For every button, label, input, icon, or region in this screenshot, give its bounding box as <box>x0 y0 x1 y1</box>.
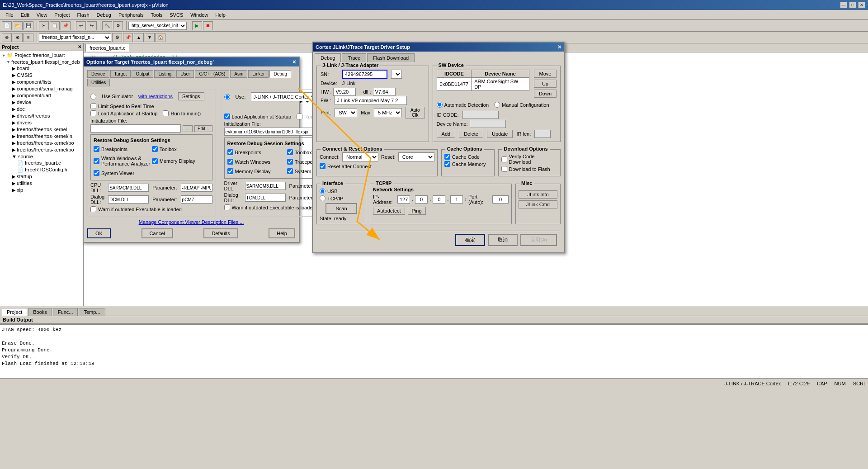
with-restrictions-link[interactable]: with restrictions <box>138 94 173 99</box>
load-app-left-cb[interactable] <box>90 110 96 116</box>
warn-outdated-right-cb[interactable] <box>224 204 230 210</box>
menu-view[interactable]: View <box>33 11 51 19</box>
cache-memory-cb[interactable] <box>444 161 450 167</box>
cpu-param-input[interactable] <box>181 184 212 192</box>
tree-board[interactable]: ▶ board <box>1 65 82 72</box>
minimize-btn[interactable]: — <box>840 2 847 8</box>
port-combo[interactable]: SW JTAG <box>335 108 357 117</box>
watch-left-cb[interactable] <box>94 158 99 164</box>
options-btn[interactable]: ⚙ <box>112 33 122 42</box>
maximize-btn[interactable]: □ <box>849 2 856 8</box>
tracepoints-right-cb[interactable] <box>287 159 293 165</box>
file-combo[interactable]: freertos_lpuart flexspi_n... <box>39 33 111 42</box>
jlink-cmd-btn[interactable]: JLink Cmd <box>519 200 557 208</box>
run-to-main-right-cb[interactable] <box>297 114 302 119</box>
tree-project-root[interactable]: ▼ 📁 Project: freertos_lpuart <box>1 52 82 59</box>
confirm-cancel-btn[interactable]: 取消 <box>488 234 518 246</box>
menu-svcs[interactable]: SVCS <box>166 11 187 19</box>
ip-seg-4[interactable] <box>450 195 463 204</box>
add-btn[interactable]: Add <box>437 130 456 138</box>
auto-detect-radio[interactable] <box>437 102 443 108</box>
tree-device[interactable]: ▶ device <box>1 99 82 106</box>
opt-tab-output[interactable]: Output <box>132 70 153 78</box>
tree-utilities[interactable]: ▶ utilities <box>1 180 82 187</box>
manual-config-radio[interactable] <box>494 102 500 108</box>
browse-left-btn[interactable]: ... <box>183 125 193 132</box>
dll-input-hw[interactable] <box>373 88 396 96</box>
ip-seg-3[interactable] <box>433 195 445 204</box>
tb2-btn1[interactable]: ⊕ <box>2 33 12 42</box>
up-btn-sw[interactable]: Up <box>534 80 557 88</box>
opt-tab-asm[interactable]: Asm <box>230 70 247 78</box>
dl-to-flash-cb[interactable] <box>501 166 507 172</box>
opt-tab-linker[interactable]: Linker <box>248 70 269 78</box>
cancel-btn[interactable]: Cancel <box>142 228 173 238</box>
toolbox-right-cb[interactable] <box>287 149 293 155</box>
tree-freertos-po1[interactable]: ▶ freertos/freertos-kernel/po <box>1 140 82 147</box>
init-file-input-left[interactable] <box>90 124 181 133</box>
opt-tab-target[interactable]: Target <box>110 70 131 78</box>
down-btn2[interactable]: ▼ <box>145 33 155 42</box>
tree-doc[interactable]: ▶ doc <box>1 106 82 113</box>
sysviewer-right-cb[interactable] <box>287 168 293 174</box>
menu-flash[interactable]: Flash <box>74 11 93 19</box>
load-app-right-cb[interactable] <box>224 114 230 119</box>
dialog-options-close[interactable]: ✕ <box>292 59 296 65</box>
limit-speed-cb[interactable] <box>90 103 96 109</box>
sysviewer-left-cb[interactable] <box>94 170 99 176</box>
dialog-dll-input[interactable] <box>108 195 149 204</box>
panel-close-btn[interactable]: ✕ <box>78 44 81 50</box>
auto-clk-btn[interactable]: Auto Clk <box>406 107 425 118</box>
autodetect-btn[interactable]: Autodetect <box>373 207 405 215</box>
tree-comp-lists[interactable]: ▶ component/lists <box>1 79 82 85</box>
paste-btn[interactable]: 📌 <box>61 21 71 30</box>
tree-startup[interactable]: ▶ startup <box>1 173 82 180</box>
menu-help[interactable]: Help <box>212 11 229 19</box>
hw-input[interactable] <box>333 88 356 96</box>
tab-temp[interactable]: Temp... <box>79 308 105 316</box>
memory-right-cb[interactable] <box>227 168 233 174</box>
cortex-tab-flash[interactable]: Flash Download <box>367 53 415 62</box>
menu-peripherals[interactable]: Peripherals <box>115 11 147 19</box>
sn-input[interactable] <box>342 70 387 79</box>
use-jlink-radio[interactable] <box>224 94 230 100</box>
opt-tab-user[interactable]: User <box>176 70 194 78</box>
toolbox-left-cb[interactable] <box>152 146 158 152</box>
help-btn[interactable]: Help <box>269 228 295 238</box>
tree-comp-serial[interactable]: ▶ component/serial_manag <box>1 85 82 92</box>
new-btn[interactable]: 📄 <box>2 21 12 30</box>
rebuild-btn[interactable]: ⚙ <box>113 21 123 30</box>
open-btn[interactable]: 📂 <box>13 21 23 30</box>
reset-combo[interactable]: Core <box>398 152 434 161</box>
connect-combo[interactable]: Normal <box>342 152 378 161</box>
memory-left-cb[interactable] <box>152 158 158 164</box>
dialog-param-input[interactable] <box>181 195 212 204</box>
confirm-apply-btn[interactable]: 应用(A) <box>520 234 557 246</box>
jlink-info-btn[interactable]: JLink Info <box>519 190 557 199</box>
menu-debug[interactable]: Debug <box>93 11 115 19</box>
ping-btn[interactable]: Ping <box>408 207 426 215</box>
sw-row-1[interactable]: 0x0BD11477 ARM CoreSight SW-DP <box>437 78 529 91</box>
tb2-btn3[interactable]: ≡ <box>24 33 33 42</box>
scan-btn[interactable]: Scan <box>326 203 357 214</box>
debug-start-btn[interactable]: ▶ <box>192 21 202 30</box>
max-combo[interactable]: 5 MHz <box>374 108 402 117</box>
pin-btn[interactable]: 📌 <box>123 33 133 42</box>
tree-target[interactable]: ▼ freertos_lpuart flexspi_nor_deb <box>1 59 82 65</box>
cache-code-cb[interactable] <box>444 154 450 160</box>
update-btn[interactable]: Update <box>487 130 513 138</box>
menu-edit[interactable]: Edit <box>17 11 33 19</box>
use-simulator-radio[interactable] <box>90 94 96 99</box>
up-btn2[interactable]: ▲ <box>134 33 144 42</box>
opt-tab-device[interactable]: Device <box>87 70 109 78</box>
run-to-main-left-cb[interactable] <box>163 110 169 116</box>
close-btn[interactable]: ✕ <box>858 2 865 8</box>
delete-btn[interactable]: Delete <box>459 130 483 138</box>
cortex-tab-debug[interactable]: Debug <box>315 53 341 62</box>
ip-seg-1[interactable] <box>397 195 410 204</box>
cortex-tab-trace[interactable]: Trace <box>342 53 366 62</box>
tree-source[interactable]: ▼ source <box>1 153 82 160</box>
manage-comp-link[interactable]: Manage Component Viewer Description File… <box>139 219 244 225</box>
target-combo[interactable]: http_server_socket_init <box>128 22 187 30</box>
reset-after-connect-cb[interactable] <box>320 163 326 169</box>
